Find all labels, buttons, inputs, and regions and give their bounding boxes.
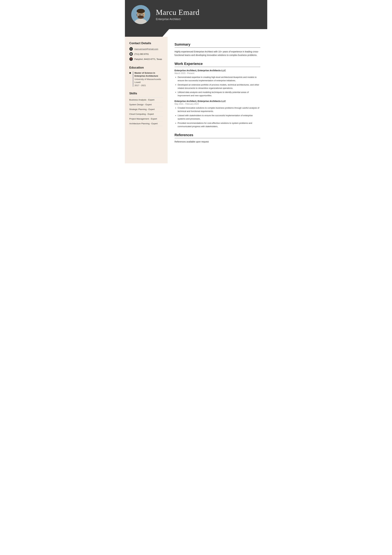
candidate-name: Marcu Emard	[156, 8, 200, 17]
job-bullet-item: Provided recommendations for cost-effect…	[178, 122, 260, 128]
job-dates: May 2021 - February 2023	[175, 103, 260, 105]
skill-item: Strategic Planning - Expert	[129, 107, 163, 112]
resume-header: Marcu Emard Enterprise Architect	[125, 0, 267, 29]
address-value: Patsyfurt, 64422-6771, Texas	[134, 58, 162, 60]
skill-item: System Design - Expert	[129, 102, 163, 107]
job-bullets: Demonstrated expertise in creating high-…	[175, 76, 260, 97]
job-bullet-item: Developed an extensive portfolio of proc…	[178, 83, 260, 90]
references-section: References References available upon req…	[175, 133, 260, 143]
education-section: Education Master of Science in Enterpris…	[129, 66, 163, 87]
job-dates: March 2023 - Present	[175, 72, 260, 74]
candidate-title: Enterprise Architect	[156, 18, 200, 21]
edu-school: University of Massachusetts Lowell	[135, 78, 163, 84]
sidebar: Contact Details ✉ marcuemard@gmail.com ☎…	[125, 37, 168, 163]
edu-degree: Master of Science in Enterprise Architec…	[135, 72, 163, 78]
education-section-title: Education	[129, 66, 163, 69]
phone-icon: ☎	[129, 52, 133, 56]
chevron-left	[125, 29, 169, 37]
main-content: Summary Highly experienced Enterprise Ar…	[168, 37, 267, 163]
summary-section: Summary Highly experienced Enterprise Ar…	[175, 43, 260, 57]
location-icon: 📍	[129, 57, 133, 61]
svg-point-11	[138, 15, 139, 15]
job-bullet-item: Demonstrated expertise in creating high-…	[178, 76, 260, 82]
jobs-list: Enterprise Architect, Enterprise Archite…	[175, 69, 260, 128]
avatar	[131, 5, 150, 24]
job-bullets: Created innovative solutions to complex …	[175, 106, 260, 128]
edu-bullet-icon	[129, 72, 131, 74]
contact-email-item: ✉ marcuemard@gmail.com	[129, 47, 163, 51]
skill-item: Project Management - Expert	[129, 117, 163, 121]
skill-item: Architecture Planning - Expert	[129, 121, 163, 126]
edu-border-block: Master of Science in Enterprise Architec…	[133, 72, 163, 87]
summary-text: Highly experienced Enterprise Architect …	[175, 50, 260, 57]
email-icon: ✉	[129, 47, 133, 51]
references-text: References available upon request	[175, 140, 260, 143]
contact-address-item: 📍 Patsyfurt, 64422-6771, Texas	[129, 57, 163, 61]
header-info: Marcu Emard Enterprise Architect	[156, 8, 200, 21]
job-bullet-item: Utilized data analysis and modeling tech…	[178, 91, 260, 97]
edu-years: 2017 - 2021	[135, 84, 163, 87]
job-bullet-item: Liaised with stakeholders to ensure the …	[178, 114, 260, 121]
job-title: Enterprise Architect, Enterprise Archite…	[175, 69, 260, 72]
email-value[interactable]: marcuemard@gmail.com	[134, 48, 158, 50]
main-layout: Contact Details ✉ marcuemard@gmail.com ☎…	[125, 37, 267, 163]
work-experience-section: Work Experience Enterprise Architect, En…	[175, 62, 260, 128]
skills-section-title: Skills	[129, 92, 163, 95]
phone-value: (711) 083 8701	[134, 53, 149, 55]
work-experience-title: Work Experience	[175, 62, 260, 67]
chevron-separator	[125, 29, 267, 37]
job-bullet-item: Created innovative solutions to complex …	[178, 106, 260, 113]
contact-section-title: Contact Details	[129, 42, 163, 45]
svg-point-12	[141, 15, 142, 15]
edu-details: Master of Science in Enterprise Architec…	[133, 72, 163, 87]
job-title: Enterprise Architect, Enterprise Archite…	[175, 100, 260, 102]
job-entry: Enterprise Architect, Enterprise Archite…	[175, 69, 260, 97]
skill-item: Business Analysis - Expert	[129, 97, 163, 102]
contact-phone-item: ☎ (711) 083 8701	[129, 52, 163, 56]
job-entry: Enterprise Architect, Enterprise Archite…	[175, 100, 260, 128]
education-item: Master of Science in Enterprise Architec…	[129, 72, 163, 87]
skills-list: Business Analysis - ExpertSystem Design …	[129, 97, 163, 126]
svg-point-4	[137, 9, 145, 13]
references-title: References	[175, 133, 260, 138]
contact-section: Contact Details ✉ marcuemard@gmail.com ☎…	[129, 42, 163, 61]
skills-section: Skills Business Analysis - ExpertSystem …	[129, 92, 163, 126]
summary-title: Summary	[175, 43, 260, 48]
skill-item: Cloud Computing - Expert	[129, 112, 163, 117]
